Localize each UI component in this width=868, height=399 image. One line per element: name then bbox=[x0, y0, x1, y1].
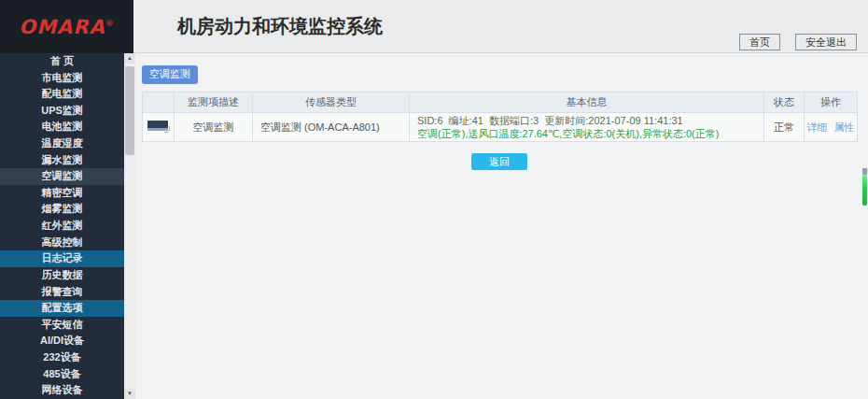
back-button[interactable]: 返回 bbox=[471, 153, 527, 170]
status-badge: 正常 bbox=[764, 113, 805, 142]
page-title: 机房动力和环境监控系统 bbox=[177, 0, 383, 52]
monitor-description: 空调监测 bbox=[175, 113, 253, 142]
page-scrollbar-cap bbox=[862, 168, 867, 175]
scroll-up-icon[interactable]: ▲ bbox=[124, 53, 135, 64]
sidebar-item-ai-di-device[interactable]: AI/DI设备 bbox=[0, 333, 124, 349]
col-header-operations: 操作 bbox=[805, 93, 858, 113]
sidebar-item-water-leak[interactable]: 漏水监测 bbox=[0, 152, 124, 169]
monitoring-table: 监测项描述 传感器类型 基本信息 状态 操作 空调监测 空调 bbox=[142, 92, 858, 142]
sidebar-item-power-distribution[interactable]: 配电监测 bbox=[0, 86, 124, 103]
page-scrollbar-thumb[interactable] bbox=[862, 175, 867, 206]
main-content: 空调监测 监测项描述 传感器类型 基本信息 状态 操作 bbox=[135, 53, 868, 399]
sidebar-item-history-data[interactable]: 历史数据 bbox=[0, 267, 124, 284]
air-conditioner-icon bbox=[147, 121, 170, 134]
sidebar-item-alarm-query[interactable]: 报警查询 bbox=[0, 284, 124, 301]
sidebar-scrollbar[interactable]: ▲ ▼ bbox=[124, 53, 135, 399]
sidebar-item-advanced-control[interactable]: 高级控制 bbox=[0, 235, 124, 251]
sidebar-item-config-options[interactable]: 配置选项 bbox=[0, 300, 124, 317]
col-header-status: 状态 bbox=[764, 93, 805, 113]
sidebar-item-network-device[interactable]: 网络设备 bbox=[0, 382, 124, 399]
col-header-sensor-type: 传感器类型 bbox=[253, 93, 410, 113]
sidebar-item-air-conditioning[interactable]: 空调监测 bbox=[0, 168, 124, 185]
registered-trademark-icon: ® bbox=[105, 19, 115, 28]
omara-logo: OMARA® bbox=[19, 16, 114, 38]
header-buttons: 首页 安全退出 bbox=[739, 34, 857, 50]
sidebar-item-485-device[interactable]: 485设备 bbox=[0, 366, 124, 383]
tab-air-conditioning-monitor[interactable]: 空调监测 bbox=[142, 65, 198, 84]
sidebar-item-home[interactable]: 首 页 bbox=[0, 53, 124, 70]
sidebar-item-precision-ac[interactable]: 精密空调 bbox=[0, 185, 124, 202]
sensor-type: 空调监测 (OM-ACA-A801) bbox=[253, 113, 410, 142]
col-header-icon bbox=[143, 93, 175, 113]
device-icon-cell bbox=[143, 113, 175, 142]
sidebar-item-mains-power[interactable]: 市电监测 bbox=[0, 70, 124, 87]
logout-button[interactable]: 安全退出 bbox=[795, 34, 857, 50]
table-row: 空调监测 空调监测 (OM-ACA-A801) SID:6 编址:41 数据端口… bbox=[143, 113, 858, 142]
col-header-description: 监测项描述 bbox=[175, 93, 253, 113]
logo-block: OMARA® bbox=[0, 0, 133, 53]
sidebar-item-safety-sms[interactable]: 平安短信 bbox=[0, 317, 124, 334]
app-window: OMARA® 机房动力和环境监控系统 首页 安全退出 首 页 市电监测 配电监测… bbox=[0, 0, 868, 399]
sidebar-item-ups[interactable]: UPS监测 bbox=[0, 103, 124, 120]
sidebar-item-temp-humidity[interactable]: 温度湿度 bbox=[0, 135, 124, 152]
scroll-down-icon[interactable]: ▼ bbox=[124, 389, 135, 399]
sidebar-scrollbar-thumb[interactable] bbox=[125, 66, 134, 155]
sidebar-nav: 首 页 市电监测 配电监测 UPS监测 电池监测 温度湿度 漏水监测 空调监测 … bbox=[0, 53, 124, 399]
basic-info-cell: SID:6 编址:41 数据端口:3 更新时间:2021-07-09 11:41… bbox=[410, 113, 764, 142]
sidebar-item-232-device[interactable]: 232设备 bbox=[0, 349, 124, 366]
home-button[interactable]: 首页 bbox=[739, 34, 780, 50]
col-header-basic-info: 基本信息 bbox=[410, 93, 764, 113]
basic-info-line1: SID:6 编址:41 数据端口:3 更新时间:2021-07-09 11:41… bbox=[417, 114, 763, 127]
sidebar-item-log-records[interactable]: 日志记录 bbox=[0, 250, 124, 267]
basic-info-line2: 空调(正常),送风口温度:27.64℃,空调状态:0(关机),异常状态:0(正常… bbox=[417, 127, 763, 140]
operations-cell: 详细 属性 bbox=[805, 113, 858, 142]
back-button-row: 返回 bbox=[142, 152, 857, 170]
table-header-row: 监测项描述 传感器类型 基本信息 状态 操作 bbox=[143, 93, 858, 113]
detail-link[interactable]: 详细 bbox=[806, 121, 827, 133]
sidebar-item-battery[interactable]: 电池监测 bbox=[0, 119, 124, 135]
property-link[interactable]: 属性 bbox=[834, 121, 855, 133]
top-header: 机房动力和环境监控系统 首页 安全退出 bbox=[133, 0, 868, 53]
sidebar-item-smoke[interactable]: 烟雾监测 bbox=[0, 201, 124, 218]
sidebar-item-infrared[interactable]: 红外监测 bbox=[0, 218, 124, 235]
